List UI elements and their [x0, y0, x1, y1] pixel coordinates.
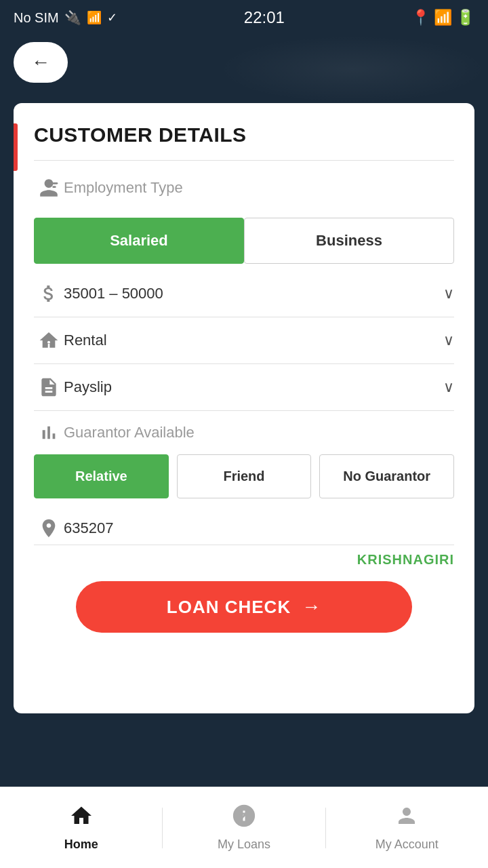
- guarantor-section: Guarantor Available Relative Friend No G…: [34, 411, 454, 505]
- status-left: No SIM 🔌 📶 ✓: [14, 9, 117, 26]
- accommodation-chevron[interactable]: ∨: [443, 332, 454, 349]
- employment-type-buttons: Salaried Business: [34, 218, 454, 264]
- document-chevron[interactable]: ∨: [443, 378, 454, 396]
- status-bar: No SIM 🔌 📶 ✓ 22:01 📍 📶 🔋: [0, 0, 488, 35]
- nav-home[interactable]: Home: [0, 787, 162, 868]
- battery-icon: 🔋: [456, 9, 474, 26]
- location-icon: [34, 517, 64, 539]
- loan-check-label: LOAN CHECK: [167, 597, 291, 618]
- document-icon: [34, 376, 64, 398]
- back-button[interactable]: ←: [14, 42, 68, 83]
- guarantor-label-row: Guarantor Available: [34, 422, 454, 443]
- home-nav-label: Home: [64, 837, 98, 852]
- business-button[interactable]: Business: [244, 218, 454, 264]
- svg-rect-1: [52, 186, 56, 188]
- location-status-icon: 📍: [411, 9, 430, 26]
- location-row: 635207: [34, 505, 454, 545]
- title-divider: [34, 160, 454, 161]
- guarantor-label: Guarantor Available: [64, 424, 454, 441]
- page-title: CUSTOMER DETAILS: [34, 123, 454, 146]
- relative-button[interactable]: Relative: [34, 454, 169, 498]
- pincode-value: 635207: [64, 519, 113, 537]
- document-row: Payslip ∨: [34, 364, 454, 411]
- income-row: 35001 – 50000 ∨: [34, 271, 454, 317]
- no-guarantor-button[interactable]: No Guarantor: [319, 454, 454, 498]
- accommodation-value: Rental: [64, 332, 443, 349]
- nav-my-loans[interactable]: My Loans: [163, 787, 325, 868]
- accommodation-icon: [34, 330, 64, 351]
- svg-rect-0: [52, 182, 58, 184]
- loan-arrow-icon: →: [302, 596, 321, 618]
- salaried-button[interactable]: Salaried: [34, 218, 244, 264]
- bottom-nav: Home My Loans My Account: [0, 787, 488, 868]
- income-value: 35001 – 50000: [64, 285, 443, 302]
- header-area: ←: [0, 35, 488, 103]
- employment-label-row: Employment Type: [34, 177, 454, 207]
- my-loans-nav-label: My Loans: [218, 837, 270, 852]
- carrier-text: No SIM: [14, 10, 59, 26]
- wifi-icon: 📶: [434, 9, 452, 26]
- my-account-icon: [394, 804, 419, 833]
- accommodation-row: Rental ∨: [34, 317, 454, 364]
- employment-section: Employment Type Salaried Business: [34, 166, 454, 271]
- employment-label: Employment Type: [64, 179, 454, 197]
- red-accent-bar: [14, 123, 18, 171]
- employment-icon: [34, 177, 64, 199]
- status-time: 22:01: [244, 8, 285, 27]
- loan-check-button[interactable]: LOAN CHECK →: [76, 581, 412, 633]
- check-icon: ✓: [107, 10, 117, 25]
- main-card: CUSTOMER DETAILS Employment Type Salarie…: [14, 103, 474, 713]
- friend-button[interactable]: Friend: [177, 454, 312, 498]
- income-chevron[interactable]: ∨: [443, 285, 454, 302]
- guarantor-buttons: Relative Friend No Guarantor: [34, 454, 454, 498]
- home-icon: [69, 804, 94, 833]
- status-right: 📍 📶 🔋: [411, 9, 474, 26]
- back-arrow-icon: ←: [31, 52, 50, 73]
- nav-my-account[interactable]: My Account: [326, 787, 488, 868]
- city-name: KRISHNAGIRI: [34, 545, 454, 581]
- my-loans-icon: [232, 804, 256, 833]
- sd-icon: 📶: [87, 10, 102, 25]
- guarantor-icon: [34, 422, 64, 443]
- document-value: Payslip: [64, 378, 443, 396]
- usb-icon: 🔌: [64, 9, 81, 26]
- my-account-nav-label: My Account: [375, 837, 439, 852]
- income-icon: [34, 283, 64, 304]
